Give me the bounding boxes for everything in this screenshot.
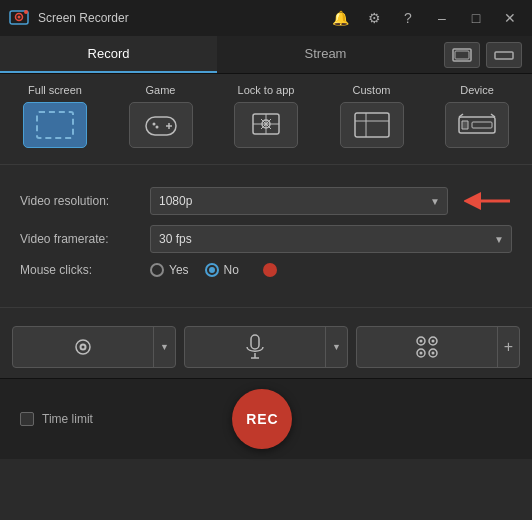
svg-point-3 bbox=[24, 10, 28, 14]
locktoapp-button[interactable] bbox=[234, 102, 298, 148]
mouse-clicks-yes[interactable]: Yes bbox=[150, 263, 189, 277]
recording-indicator bbox=[263, 263, 277, 277]
svg-point-2 bbox=[18, 16, 21, 19]
tab-stream[interactable]: Stream bbox=[217, 36, 434, 73]
mouse-clicks-label: Mouse clicks: bbox=[20, 263, 140, 277]
title-bar: Screen Recorder 🔔 ⚙ ? – □ ✕ bbox=[0, 0, 532, 36]
mouse-clicks-row: Mouse clicks: Yes No bbox=[20, 263, 512, 277]
radio-yes-circle bbox=[150, 263, 164, 277]
mouse-clicks-no[interactable]: No bbox=[205, 263, 239, 277]
video-resolution-wrap: 720p 1080p 1440p 4K ▼ bbox=[150, 187, 448, 215]
svg-rect-6 bbox=[495, 52, 513, 59]
settings-area: Video resolution: 720p 1080p 1440p 4K ▼ bbox=[0, 177, 532, 307]
mode-locktoapp[interactable]: Lock to app bbox=[231, 84, 301, 148]
microphone-dropdown[interactable]: ▼ bbox=[325, 327, 347, 367]
radio-no-circle bbox=[205, 263, 219, 277]
svg-point-11 bbox=[155, 126, 158, 129]
video-framerate-select[interactable]: 24 fps 30 fps 60 fps bbox=[150, 225, 512, 253]
device-button[interactable] bbox=[445, 102, 509, 148]
settings-button[interactable]: ⚙ bbox=[360, 4, 388, 32]
video-resolution-row: Video resolution: 720p 1080p 1440p 4K ▼ bbox=[20, 187, 512, 215]
effects-add[interactable]: + bbox=[497, 327, 519, 367]
svg-point-41 bbox=[432, 352, 435, 355]
footer: Time limit REC bbox=[0, 378, 532, 459]
svg-point-30 bbox=[82, 346, 85, 349]
bottom-controls: ▼ ▼ + bbox=[0, 316, 532, 378]
fullscreen-button[interactable] bbox=[23, 102, 87, 148]
radio-no-dot bbox=[209, 267, 215, 273]
app-icon bbox=[8, 7, 30, 29]
video-framerate-label: Video framerate: bbox=[20, 232, 140, 246]
custom-button[interactable] bbox=[340, 102, 404, 148]
rec-button[interactable]: REC bbox=[232, 389, 292, 449]
svg-rect-31 bbox=[251, 335, 259, 349]
effects-control-group: + bbox=[356, 326, 520, 368]
app-title: Screen Recorder bbox=[38, 11, 326, 25]
video-resolution-select[interactable]: 720p 1080p 1440p 4K bbox=[150, 187, 448, 215]
notifications-button[interactable]: 🔔 bbox=[326, 4, 354, 32]
mode-selector: Full screen Game Lock to app bbox=[0, 74, 532, 164]
effects-button[interactable] bbox=[357, 327, 497, 367]
mouse-clicks-group: Yes No bbox=[150, 263, 277, 277]
tab-bar: Record Stream bbox=[0, 36, 532, 74]
game-button[interactable] bbox=[129, 102, 193, 148]
video-framerate-wrap: 24 fps 30 fps 60 fps ▼ bbox=[150, 225, 512, 253]
mode-game[interactable]: Game bbox=[126, 84, 196, 148]
svg-point-39 bbox=[432, 340, 435, 343]
time-limit-checkbox-label[interactable]: Time limit bbox=[20, 412, 93, 426]
windowed-view-button[interactable] bbox=[444, 42, 480, 68]
mode-fullscreen[interactable]: Full screen bbox=[20, 84, 90, 148]
tab-record[interactable]: Record bbox=[0, 36, 217, 73]
maximize-button[interactable]: □ bbox=[462, 4, 490, 32]
help-button[interactable]: ? bbox=[394, 4, 422, 32]
window-controls: 🔔 ⚙ ? – □ ✕ bbox=[326, 4, 524, 32]
mode-custom[interactable]: Custom bbox=[337, 84, 407, 148]
microphone-control-group: ▼ bbox=[184, 326, 348, 368]
svg-rect-23 bbox=[472, 122, 492, 128]
time-limit-checkbox[interactable] bbox=[20, 412, 34, 426]
video-resolution-label: Video resolution: bbox=[20, 194, 140, 208]
webcam-control-group: ▼ bbox=[12, 326, 176, 368]
mode-device[interactable]: Device bbox=[442, 84, 512, 148]
video-framerate-row: Video framerate: 24 fps 30 fps 60 fps ▼ bbox=[20, 225, 512, 253]
close-button[interactable]: ✕ bbox=[496, 4, 524, 32]
webcam-button[interactable] bbox=[13, 327, 153, 367]
svg-rect-19 bbox=[355, 113, 389, 137]
webcam-dropdown[interactable]: ▼ bbox=[153, 327, 175, 367]
svg-point-40 bbox=[420, 352, 423, 355]
minimize-button[interactable]: – bbox=[428, 4, 456, 32]
compact-view-button[interactable] bbox=[486, 42, 522, 68]
svg-point-38 bbox=[420, 340, 423, 343]
red-arrow-indicator bbox=[464, 187, 512, 215]
svg-point-18 bbox=[265, 123, 268, 126]
microphone-button[interactable] bbox=[185, 327, 325, 367]
svg-point-10 bbox=[152, 123, 155, 126]
svg-rect-5 bbox=[455, 51, 469, 59]
